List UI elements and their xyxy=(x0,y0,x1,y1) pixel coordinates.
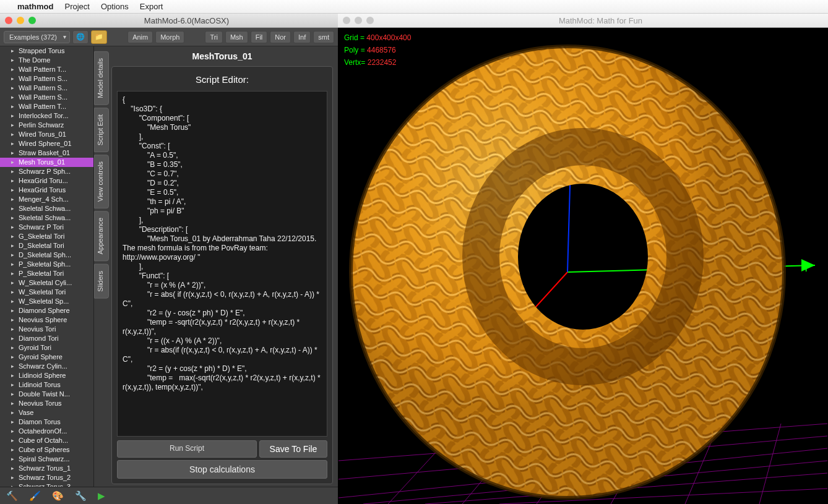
tree-item[interactable]: Gyroid Tori xyxy=(0,343,93,352)
smt-button[interactable]: smt xyxy=(313,31,334,43)
tree-item[interactable]: Wall Pattern T... xyxy=(0,102,93,111)
tree-item[interactable]: Schwarz Torus_2 xyxy=(0,473,93,482)
left-titlebar[interactable]: MathMod-6.0(MacOSX) xyxy=(0,14,338,28)
tree-item[interactable]: Diamond Sphere xyxy=(0,306,93,315)
tree-item[interactable]: G_Skeletal Tori xyxy=(0,232,93,241)
tree-item[interactable]: Perlin Schwarz xyxy=(0,121,93,130)
nor-button[interactable]: Nor xyxy=(270,31,291,43)
toolbar: Examples (372) 🌐 📁 Anim Morph Tri Msh Fi… xyxy=(0,28,338,46)
close-icon[interactable] xyxy=(343,17,350,24)
tree-item[interactable]: Schwarz P Sph... xyxy=(0,167,93,176)
right-window-title: MathMod: Math for Fun xyxy=(378,16,823,25)
menu-project[interactable]: Project xyxy=(65,2,90,11)
tree-item[interactable]: W_Skeletal Sp... xyxy=(0,297,93,306)
menu-options[interactable]: Options xyxy=(101,2,129,11)
tree-item[interactable]: Neovius Torus xyxy=(0,399,93,408)
tree-item[interactable]: W_Skeletal Cyli... xyxy=(0,278,93,288)
tree-item[interactable]: Cube of Spheres xyxy=(0,445,93,455)
axis-y-label: Y xyxy=(803,261,809,274)
tree-item[interactable]: Wall Pattern S... xyxy=(0,74,93,83)
tree-item[interactable]: Lidinoid Sphere xyxy=(0,371,93,380)
tree-item[interactable]: Wall Pattern S... xyxy=(0,93,93,102)
folder-icon[interactable]: 📁 xyxy=(91,30,107,44)
left-window-title: MathMod-6.0(MacOSX) xyxy=(40,16,333,25)
close-icon[interactable] xyxy=(5,17,12,24)
svg-point-21 xyxy=(351,46,784,498)
tri-button[interactable]: Tri xyxy=(205,31,222,43)
vertical-tab[interactable]: Script Edit xyxy=(94,108,109,152)
tree-item[interactable]: Spiral Schwarz... xyxy=(0,455,93,464)
tree-item[interactable]: D_Skeletal Sph... xyxy=(0,250,93,260)
vertical-tab[interactable]: Sliders xyxy=(94,264,109,299)
tree-item[interactable]: Cube of Octah... xyxy=(0,436,93,445)
fil-button[interactable]: Fil xyxy=(251,31,268,43)
bottom-toolbar: 🔨 🖌️ 🎨 🔧 ▶ xyxy=(0,487,338,504)
morph-button[interactable]: Morph xyxy=(155,31,184,43)
tree-item[interactable]: Schwarz Torus_1 xyxy=(0,464,93,473)
mac-menubar: mathmod Project Options Export xyxy=(0,0,828,14)
globe-icon[interactable]: 🌐 xyxy=(72,30,88,44)
tree-item[interactable]: HexaGrid Torus xyxy=(0,186,93,195)
minimize-icon[interactable] xyxy=(17,17,24,24)
tree-item[interactable]: Schwarz P Tori xyxy=(0,223,93,232)
tree-item[interactable]: Wall Pattern T... xyxy=(0,65,93,74)
tree-item[interactable]: Gyroid Sphere xyxy=(0,352,93,362)
msh-button[interactable]: Msh xyxy=(225,31,248,43)
tree-item[interactable]: Strapped Torus xyxy=(0,46,93,56)
tree-item[interactable]: Wired Torus_01 xyxy=(0,130,93,139)
tree-item[interactable]: Vase xyxy=(0,408,93,417)
tree-item[interactable]: The Dome xyxy=(0,56,93,65)
tree-item[interactable]: HexaGrid Toru... xyxy=(0,176,93,186)
minimize-icon[interactable] xyxy=(355,17,362,24)
menu-export[interactable]: Export xyxy=(140,2,163,11)
tree-item[interactable]: W_Skeletal Tori xyxy=(0,288,93,297)
tree-item[interactable]: Diamond Tori xyxy=(0,334,93,343)
vertical-tab[interactable]: Model details xyxy=(94,51,109,105)
tree-item[interactable]: Skeletal Schwa... xyxy=(0,204,93,213)
render-stats: Grid = 400x400x400 Poly = 4468576 Vertx=… xyxy=(344,32,411,69)
save-to-file-button[interactable]: Save To File xyxy=(259,440,327,458)
vertical-tabs: Model detailsScript EditView controlsApp… xyxy=(94,46,109,487)
tree-item[interactable]: Schwarz Cylin... xyxy=(0,362,93,371)
anim-button[interactable]: Anim xyxy=(127,31,153,43)
palette-icon[interactable]: 🎨 xyxy=(52,490,64,502)
hammer-icon[interactable]: 🔨 xyxy=(6,490,18,502)
tree-item[interactable]: Lidinoid Torus xyxy=(0,380,93,390)
tree-item[interactable]: Menger_4 Sch... xyxy=(0,195,93,204)
tree-item[interactable]: P_Skeletal Sph... xyxy=(0,260,93,269)
tree-item[interactable]: Straw Basket_01 xyxy=(0,148,93,158)
maximize-icon[interactable] xyxy=(28,17,36,24)
left-window: MathMod-6.0(MacOSX) Examples (372) 🌐 📁 A… xyxy=(0,14,338,504)
model-tree[interactable]: Strapped TorusThe DomeWall Pattern T...W… xyxy=(0,46,94,487)
tree-item[interactable]: Schwarz Torus_3 xyxy=(0,482,93,487)
model-name-label: MeshTorus_01 xyxy=(111,49,333,66)
right-window: MathMod: Math for Fun Grid = 400x400x400… xyxy=(338,14,828,504)
brush-icon[interactable]: 🖌️ xyxy=(29,490,41,502)
tree-item[interactable]: Wired Sphere_01 xyxy=(0,139,93,148)
play-icon[interactable]: ▶ xyxy=(98,490,105,502)
inf-button[interactable]: Inf xyxy=(293,31,311,43)
script-code-area[interactable]: { "Iso3D": { "Component": [ "Mesh Torus"… xyxy=(117,91,327,437)
tree-item[interactable]: P_Skeletal Tori xyxy=(0,269,93,278)
torus-render xyxy=(338,28,828,504)
wrench-icon[interactable]: 🔧 xyxy=(75,490,87,502)
tree-item[interactable]: Mesh Torus_01 xyxy=(0,158,93,167)
tree-item[interactable]: Interlocked Tor... xyxy=(0,111,93,121)
tree-item[interactable]: Skeletal Schwa... xyxy=(0,213,93,223)
vertical-tab[interactable]: Appearance xyxy=(94,211,109,261)
examples-dropdown[interactable]: Examples (372) xyxy=(4,31,70,43)
tree-item[interactable]: Diamon Torus xyxy=(0,417,93,427)
stop-calculations-button[interactable]: Stop calculations xyxy=(117,460,327,479)
right-titlebar[interactable]: MathMod: Math for Fun xyxy=(338,14,828,28)
vertical-tab[interactable]: View controls xyxy=(94,155,109,208)
tree-item[interactable]: Neovius Tori xyxy=(0,325,93,334)
tree-item[interactable]: OctahedronOf... xyxy=(0,427,93,436)
tree-item[interactable]: Wall Pattern S... xyxy=(0,83,93,93)
menu-app[interactable]: mathmod xyxy=(17,2,54,11)
maximize-icon[interactable] xyxy=(366,17,374,24)
tree-item[interactable]: Neovius Sphere xyxy=(0,315,93,325)
tree-item[interactable]: D_Skeletal Tori xyxy=(0,241,93,250)
run-script-button[interactable]: Run Script xyxy=(117,440,257,458)
tree-item[interactable]: Double Twist N... xyxy=(0,390,93,399)
3d-viewport[interactable]: Grid = 400x400x400 Poly = 4468576 Vertx=… xyxy=(338,28,828,504)
